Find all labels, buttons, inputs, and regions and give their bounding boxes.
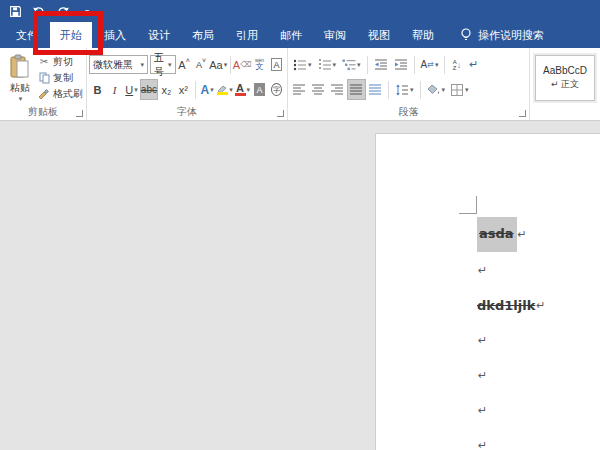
show-hide-marks-button[interactable]: ↵ [465, 54, 482, 75]
lightbulb-icon [460, 28, 472, 42]
line-spacing-icon [395, 84, 409, 96]
paragraph-dialog-launcher[interactable] [519, 110, 526, 117]
numbering-button[interactable]: ▾ [315, 54, 340, 75]
grow-font-letter: A [178, 59, 185, 71]
style-card-normal[interactable]: AaBbCcD ↵ 正文 [535, 55, 595, 101]
scissors-icon: ✂ [38, 56, 50, 67]
decrease-indent-icon [374, 59, 388, 71]
underline-button[interactable]: U▾ [123, 79, 140, 100]
borders-button[interactable]: ▾ [448, 79, 472, 100]
style-pilcrow: ↵ [551, 79, 559, 89]
tab-review[interactable]: 审阅 [314, 22, 356, 48]
document-page[interactable]: asda↵ ↵ dkd1ljlk↵ ↵ ↵ ↵ ↵ [375, 133, 600, 450]
align-left-icon [293, 84, 306, 95]
tab-references[interactable]: 引用 [226, 22, 268, 48]
borders-grid-icon [451, 84, 464, 96]
copy-icon [38, 72, 50, 84]
sort-button[interactable]: AZ↓ [448, 54, 465, 75]
clear-formatting-icon: A [233, 59, 240, 71]
tab-view[interactable]: 视图 [358, 22, 400, 48]
redo-icon[interactable] [56, 4, 70, 18]
selected-text-run[interactable]: asda [477, 217, 517, 252]
pinyin-bottom-text: 文 [256, 63, 264, 71]
tab-mailings[interactable]: 邮件 [270, 22, 312, 48]
multilevel-list-button[interactable]: ▾ [339, 54, 364, 75]
tab-design[interactable]: 设计 [138, 22, 180, 48]
strikethrough-button[interactable]: abc [140, 79, 158, 100]
align-center-icon [312, 84, 325, 95]
format-painter-icon [38, 88, 50, 99]
tab-help[interactable]: 帮助 [402, 22, 444, 48]
tell-me-search[interactable]: 操作说明搜索 [460, 22, 544, 48]
asian-layout-button[interactable]: A⇄▾ [418, 54, 442, 75]
subscript-button[interactable]: x₂ [158, 79, 175, 100]
tab-layout[interactable]: 布局 [182, 22, 224, 48]
tab-home[interactable]: 开始 [50, 22, 92, 48]
justify-button[interactable] [347, 79, 366, 100]
chevron-down-icon: ▾ [141, 61, 145, 69]
ribbon-tab-bar: 文件 开始 插入 设计 布局 引用 邮件 审阅 视图 帮助 操作说明搜索 [0, 22, 600, 48]
tab-insert[interactable]: 插入 [94, 22, 136, 48]
font-name-value: 微软雅黑 [93, 58, 133, 72]
paragraph-line[interactable]: asda↵ [477, 215, 546, 253]
text-effects-button[interactable]: A▾ [199, 79, 216, 100]
customize-quick-access-icon[interactable]: ▾ [80, 4, 94, 18]
font-size-combobox[interactable]: 五号 ▾ [150, 55, 175, 74]
align-left-button[interactable] [290, 79, 309, 100]
character-shading-icon: A [254, 83, 265, 96]
paragraph-line[interactable]: ↵ [477, 358, 546, 393]
italic-button[interactable]: I [106, 79, 123, 100]
character-border-button[interactable]: A [268, 54, 285, 75]
paragraph-line[interactable]: ↵ [477, 253, 546, 288]
change-case-letters: Aa [209, 59, 222, 71]
font-color-button[interactable]: A▾ [234, 79, 251, 100]
paragraph-line[interactable]: ↵ [477, 393, 546, 428]
copy-button[interactable]: 复制 [38, 70, 83, 85]
enclose-characters-button[interactable]: 字 [268, 79, 285, 100]
tab-file[interactable]: 文件 [6, 22, 48, 48]
pinyin-guide-button[interactable]: wén文 [251, 54, 268, 75]
line-spacing-button[interactable]: ▾ [392, 79, 417, 100]
clear-formatting-button[interactable]: A⌫ [233, 54, 251, 75]
clipboard-dialog-launcher[interactable] [76, 110, 83, 117]
bullets-button[interactable]: ▾ [290, 54, 315, 75]
strikethrough-text-run[interactable]: dkd1ljlk [477, 298, 535, 313]
distribute-button[interactable] [366, 79, 385, 100]
change-case-button[interactable]: Aa▾ [210, 54, 227, 75]
shrink-font-button[interactable]: A˅ [193, 54, 210, 75]
character-shading-button[interactable]: A [251, 79, 268, 100]
numbering-icon [318, 59, 332, 71]
format-painter-label: 格式刷 [53, 87, 83, 101]
align-center-button[interactable] [309, 79, 328, 100]
document-content[interactable]: asda↵ ↵ dkd1ljlk↵ ↵ ↵ ↵ ↵ [477, 215, 546, 450]
highlight-color-button[interactable]: ▾ [216, 79, 234, 100]
bullets-icon [293, 59, 307, 71]
superscript-button[interactable]: x² [175, 79, 192, 100]
paste-dropdown-caret[interactable]: ▾ [19, 95, 23, 103]
save-icon[interactable] [8, 4, 22, 18]
undo-icon[interactable] [32, 4, 46, 18]
bold-button[interactable]: B [89, 79, 106, 100]
asian-layout-letter: A [421, 59, 428, 70]
grow-font-button[interactable]: A˄ [176, 54, 193, 75]
underline-letter: U [125, 84, 133, 96]
font-dialog-launcher[interactable] [277, 110, 284, 117]
font-name-combobox[interactable]: 微软雅黑 ▾ [89, 55, 148, 74]
paragraph-mark: ↵ [478, 439, 487, 450]
paragraph-line[interactable]: dkd1ljlk↵ [477, 288, 546, 323]
cut-button[interactable]: ✂ 剪切 [38, 54, 83, 69]
style-name-text: 正文 [561, 79, 579, 89]
paragraph-mark: ↵ [536, 299, 545, 312]
document-canvas: asda↵ ↵ dkd1ljlk↵ ↵ ↵ ↵ ↵ [0, 121, 600, 450]
paragraph-line[interactable]: ↵ [477, 428, 546, 450]
paragraph-group-label: 段落 [288, 105, 529, 119]
character-border-icon: A [271, 58, 282, 71]
paste-button[interactable]: 粘贴 ▾ [2, 52, 38, 104]
paragraph-line[interactable]: ↵ [477, 323, 546, 358]
shading-button[interactable]: ▾ [424, 79, 449, 100]
align-right-button[interactable] [328, 79, 347, 100]
tell-me-label: 操作说明搜索 [478, 28, 544, 43]
decrease-indent-button[interactable] [371, 54, 391, 75]
increase-indent-button[interactable] [391, 54, 411, 75]
format-painter-button[interactable]: 格式刷 [38, 86, 83, 101]
